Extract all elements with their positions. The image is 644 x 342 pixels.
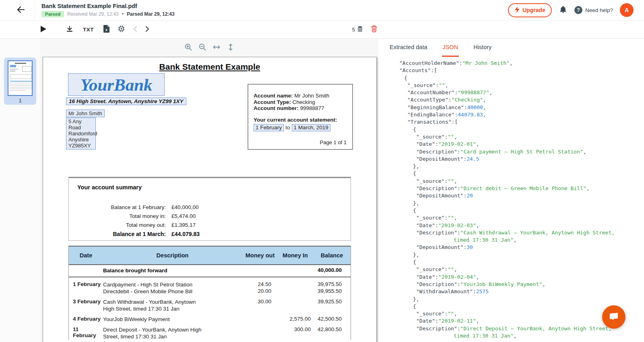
trash-icon: [371, 25, 378, 34]
json-line: timed 17:30 31 Jan",: [399, 332, 644, 340]
table-cell: [69, 288, 103, 295]
json-line: {: [399, 126, 644, 133]
tab-history[interactable]: History: [473, 44, 492, 57]
table-cell: 20.00: [242, 288, 278, 295]
json-line: "_source":"",: [399, 133, 644, 141]
summary-row: Balance at 1 March:£44.079.83: [77, 231, 351, 237]
table-cell: 40,000.00: [312, 267, 351, 274]
json-line: "Description":"YourJob BiWeekly Payment"…: [399, 281, 644, 288]
json-code[interactable]: "AccountHolderName":"Mr John Smith","Acc…: [378, 60, 644, 340]
thumbnail-sidebar: 1: [0, 39, 40, 342]
summary-row: Total money in:£5,474.00: [77, 213, 351, 219]
chat-bubble-icon: [608, 311, 619, 323]
summary-title: Your account summary: [77, 184, 351, 191]
table-cell: 11 February: [69, 326, 103, 340]
page-thumbnail-number: 1: [7, 97, 33, 104]
run-parse-button[interactable]: [40, 25, 47, 34]
table-header-cell: Money In: [278, 247, 312, 264]
table-cell: 30.00: [242, 298, 278, 312]
account-summary-box: Your account summary Balance at 1 Februa…: [68, 177, 351, 241]
json-line: "Accounts":[: [399, 67, 644, 74]
fit-height-button[interactable]: [227, 43, 235, 52]
export-excel-button[interactable]: x: [103, 25, 109, 34]
help-button[interactable]: ? Need help?: [574, 6, 613, 14]
page-scroll-area[interactable]: Bank Statement Example YourBank 16 High …: [40, 57, 378, 342]
statement-period-label: Your current account statement:: [254, 117, 347, 123]
recipient-address: 5 Any RoadRandomfordAnyshireYZ985XY: [66, 118, 96, 149]
json-line: "_source":"",: [399, 82, 644, 89]
recipient-address-line: 5 Any Road: [68, 118, 93, 131]
ai-parse-button[interactable]: [118, 25, 125, 34]
parsed-timestamp: Parsed Mar 29, 12:43: [127, 11, 175, 17]
json-line: "DepositAmount":20: [399, 192, 644, 199]
table-cell: [278, 281, 312, 288]
table-cell: Cash Withdrawal - YourBank, Anytown High…: [103, 298, 242, 312]
json-line: "EndingBalance":44079.83,: [399, 111, 644, 118]
recipient-address-line: Randomford: [68, 131, 93, 137]
pdf-viewer: Bank Statement Example YourBank 16 High …: [40, 39, 378, 342]
delete-document-button[interactable]: [371, 25, 378, 34]
table-cell: 39,925.50: [312, 298, 351, 312]
table-row: 1 FebruaryCardpayment - High St Petrol S…: [69, 278, 351, 288]
lightning-bolt-icon: [514, 6, 520, 14]
fit-width-button[interactable]: [213, 43, 221, 52]
credits-count: 5: [352, 27, 355, 33]
coins-icon: [357, 25, 363, 33]
panel-tabs: Extracted dataJSONHistory: [389, 44, 644, 57]
json-line: },: [399, 163, 644, 170]
svg-text:x: x: [105, 28, 107, 32]
json-line: "Transactions":[: [399, 118, 644, 126]
table-row: 11 FebruaryDirect Deposit - YourBank, An…: [69, 323, 351, 340]
chevron-left-icon: [132, 26, 138, 33]
json-line: "AccountHolderName":"Mr John Smith",: [399, 60, 644, 67]
table-cell: 39,975.50: [312, 281, 351, 288]
upgrade-button[interactable]: Upgrade: [508, 3, 552, 17]
table-cell: Cardpayment - High St Petrol Station: [103, 281, 242, 288]
table-cell: 1 February: [69, 281, 103, 288]
question-mark-icon: ?: [574, 6, 582, 14]
json-line: "AccountNumber":"99988877",: [399, 89, 644, 96]
json-line: "DepositAmount":24.5: [399, 155, 644, 163]
export-txt-button[interactable]: TXT: [83, 27, 94, 33]
summary-row: Total money out:£1,395.17: [77, 222, 351, 228]
json-line: },: [399, 296, 644, 303]
table-row: 4 FebruaryYourJob BiWeekly Payment2,575.…: [69, 312, 351, 323]
account-number-label: Account number:: [254, 105, 299, 111]
tab-json[interactable]: JSON: [442, 44, 459, 57]
statement-period: 1 February to 1 March, 2019: [254, 124, 347, 131]
top-header: Bank Statement Example Final.pdf Parsed …: [0, 0, 644, 20]
summary-label: Total money out:: [77, 222, 166, 228]
download-button[interactable]: [66, 25, 73, 34]
zoom-out-button[interactable]: [198, 43, 206, 52]
json-line: "_source":"",: [399, 178, 644, 185]
json-line: "Date":"2019-02-03",: [399, 222, 644, 229]
zoom-in-button[interactable]: [184, 43, 192, 52]
account-name-value: Mr John Smith: [294, 93, 329, 99]
period-start-highlight: 1 February: [254, 124, 284, 131]
page-thumbnail[interactable]: 1: [4, 58, 36, 105]
json-line: "AccountType":"Checking",: [399, 96, 644, 104]
table-row: Directdebit - Green Mobile Phone Bill20.…: [69, 288, 351, 295]
table-cell: Direct Deposit - YourBank, Anytown High …: [103, 326, 242, 340]
bank-logo: YourBank: [80, 75, 152, 95]
notifications-button[interactable]: [559, 5, 568, 15]
credits-counter: 5: [352, 25, 363, 33]
doc-title: Bank Statement Example: [43, 62, 376, 72]
back-button[interactable]: [14, 3, 28, 17]
chat-launcher[interactable]: [602, 305, 625, 329]
previous-document-button[interactable]: [132, 26, 138, 33]
account-number-value: 99988877: [300, 105, 324, 111]
summary-row: Balance at 1 February:£40,000,00: [77, 204, 351, 210]
period-to-word: to: [285, 124, 290, 131]
table-header-cell: Money out: [242, 247, 278, 264]
avatar[interactable]: A: [620, 3, 634, 17]
json-line: {: [399, 259, 644, 266]
account-type-value: Checking: [293, 99, 315, 105]
tab-extracted-data[interactable]: Extracted data: [389, 44, 428, 57]
pdf-page: Bank Statement Example YourBank 16 High …: [43, 57, 377, 342]
json-line: "WithdrawalAmount":2575: [399, 288, 644, 295]
summary-value: £44.079.83: [171, 231, 200, 237]
period-end-highlight: 1 March, 2019: [292, 124, 330, 131]
json-line: },: [399, 200, 644, 207]
next-document-button[interactable]: [144, 26, 150, 33]
